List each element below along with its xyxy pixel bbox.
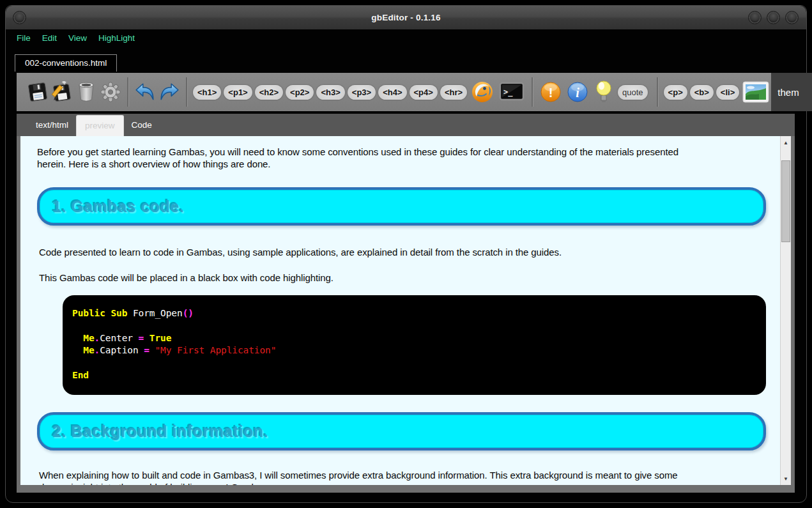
svg-text:!: ! <box>549 86 553 100</box>
menu-item-file[interactable]: File <box>11 33 36 43</box>
scroll-up-arrow[interactable]: ▲ <box>781 137 791 148</box>
toolbar: <h1><p1><h2><p2><h3><p3><h4><p4><hr> >_ <box>17 73 791 111</box>
tag-buttons-group-2: <p><b><li> <box>663 85 741 100</box>
warning-note-button[interactable]: ! <box>537 77 564 107</box>
lightbulb-icon <box>594 80 614 104</box>
save-as-button[interactable] <box>50 77 74 107</box>
code-line <box>72 357 766 369</box>
code-token: True <box>144 333 171 343</box>
tag-button-li[interactable]: <li> <box>716 85 739 100</box>
undo-icon <box>134 82 157 102</box>
toolbar-separator <box>186 77 187 107</box>
paragraph-line: herein. Here is a short overview of how … <box>37 158 270 169</box>
settings-button[interactable] <box>98 77 123 107</box>
code-token: Me <box>72 345 95 355</box>
minimize-button[interactable] <box>748 11 762 24</box>
menu-item-view[interactable]: View <box>63 33 93 43</box>
paragraph-blackbox: This Gambas code will be placed in a bla… <box>39 272 772 284</box>
quote-button[interactable]: quote <box>618 85 648 100</box>
theme-slot: them <box>771 73 812 111</box>
code-token: End <box>72 370 89 380</box>
code-token: () <box>183 308 194 318</box>
menu-item-edit[interactable]: Edit <box>36 33 63 43</box>
undo-button[interactable] <box>133 77 157 107</box>
code-token: = <box>139 333 144 343</box>
vertical-scrollbar[interactable]: ▲ ▼ <box>780 136 791 485</box>
scrollbar-thumb[interactable] <box>781 160 790 242</box>
redo-button[interactable] <box>157 77 181 107</box>
toolbar-separator <box>127 77 128 107</box>
save-as-icon <box>51 81 73 103</box>
close-button[interactable] <box>785 11 799 24</box>
code-line: Me.Caption = "My First Application" <box>72 344 766 357</box>
code-example-box: Public Sub Form_Open() Me.Center = True … <box>63 295 766 395</box>
browser-icon <box>470 80 494 104</box>
window-title: gbEditor - 0.1.16 <box>6 13 806 22</box>
tag-button-h3[interactable]: <h3> <box>316 85 344 100</box>
document-tabstrip: 002-conventions.html <box>15 54 793 73</box>
view-tab-preview[interactable]: preview <box>76 115 124 136</box>
paragraph-background: When explaining how to built and code in… <box>39 469 775 485</box>
code-token: Public Sub <box>72 308 127 318</box>
view-mode-tabs: text/htmlpreviewCode <box>17 114 795 136</box>
heading-box-2: 2. Background information. <box>37 412 766 450</box>
content-frame: Before you get started learning Gambas, … <box>17 136 795 493</box>
info-note-button[interactable]: i <box>564 77 591 107</box>
tag-button-b[interactable]: <b> <box>690 85 714 100</box>
maximize-button[interactable] <box>767 11 780 24</box>
preview-pane[interactable]: Before you get started learning Gambas, … <box>20 136 780 485</box>
code-token: = <box>144 345 149 355</box>
insert-image-button[interactable] <box>740 77 771 107</box>
document-tab[interactable]: 002-conventions.html <box>15 54 117 72</box>
warning-icon: ! <box>540 81 562 103</box>
gear-icon <box>99 81 122 104</box>
tag-button-h2[interactable]: <h2> <box>255 85 283 100</box>
trash-icon <box>76 81 96 103</box>
menubar: FileEditViewHighLight <box>6 29 806 46</box>
heading-box-1: 1. Gambas code. <box>37 187 766 226</box>
paragraph-line: When explaining how to built and code in… <box>39 470 678 481</box>
code-line: Public Sub Form_Open() <box>72 307 766 319</box>
code-token: "My First Application" <box>149 345 276 355</box>
view-tab-text-html[interactable]: text/html <box>28 120 76 130</box>
tag-button-hr[interactable]: <hr> <box>440 85 467 100</box>
save-button[interactable] <box>26 77 50 107</box>
terminal-icon: >_ <box>499 82 525 102</box>
code-token: . <box>95 333 100 343</box>
code-token: Center <box>100 333 138 343</box>
tip-note-button[interactable] <box>591 77 617 107</box>
paragraph-line: Before you get started learning Gambas, … <box>37 146 678 157</box>
view-tab-code[interactable]: Code <box>124 120 160 130</box>
theme-label[interactable]: them <box>778 87 799 98</box>
image-icon <box>742 81 769 103</box>
heading-2-text: 2. Background information. <box>52 426 268 438</box>
tag-button-h4[interactable]: <h4> <box>378 85 406 100</box>
code-token: Caption <box>100 345 144 355</box>
info-icon: i <box>567 81 588 103</box>
app-window: gbEditor - 0.1.16 FileEditViewHighLight … <box>5 5 807 503</box>
toolbar-separator <box>532 77 533 107</box>
tag-button-p2[interactable]: <p2> <box>286 85 314 100</box>
terminal-button[interactable]: >_ <box>496 77 527 107</box>
code-line: End <box>72 369 766 381</box>
tag-button-p4[interactable]: <p4> <box>410 85 438 100</box>
code-line <box>72 319 766 332</box>
menu-item-highlight[interactable]: HighLight <box>93 33 141 43</box>
code-token: Me <box>72 333 95 343</box>
tag-button-h1[interactable]: <h1> <box>193 85 221 100</box>
heading-1-text: 1. Gambas code. <box>52 201 184 213</box>
browser-preview-button[interactable] <box>468 77 496 107</box>
paragraph-intro: Before you get started learning Gambas, … <box>37 146 772 170</box>
tag-button-p[interactable]: <p> <box>664 85 687 100</box>
window-menu-button[interactable] <box>13 11 26 24</box>
svg-text:i: i <box>576 86 579 100</box>
code-token: Form_Open <box>127 308 182 318</box>
tag-button-p3[interactable]: <p3> <box>348 85 376 100</box>
titlebar[interactable]: gbEditor - 0.1.16 <box>6 6 806 29</box>
paragraph-line: deeper insight into the world of buildin… <box>39 482 267 485</box>
code-token: . <box>95 345 100 355</box>
tag-buttons-group-1: <h1><p1><h2><p2><h3><p3><h4><p4><hr> <box>192 85 468 100</box>
clear-button[interactable] <box>74 77 98 107</box>
tag-button-p1[interactable]: <p1> <box>224 85 252 100</box>
scroll-down-arrow[interactable]: ▼ <box>781 473 791 484</box>
